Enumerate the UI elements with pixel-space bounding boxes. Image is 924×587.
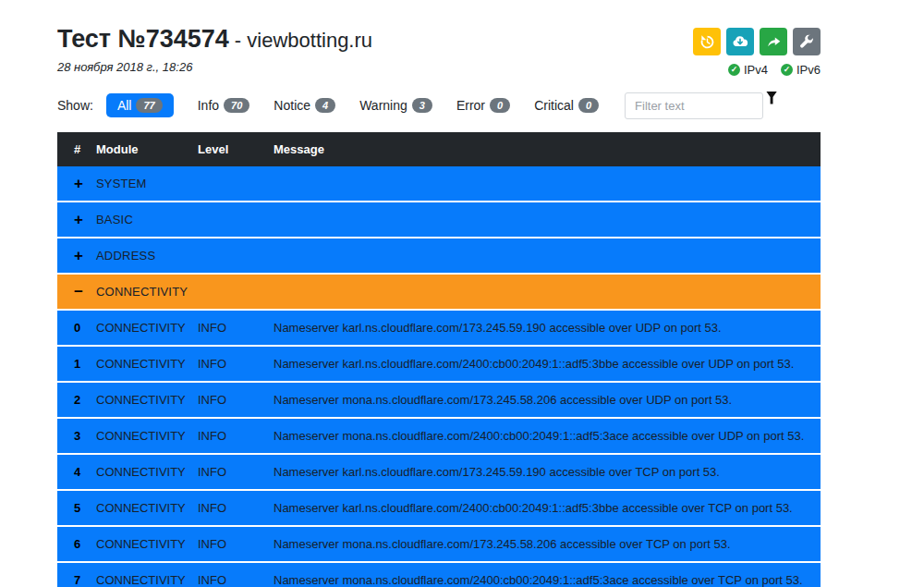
table-row[interactable]: 4 CONNECTIVITY INFO Nameserver karl.ns.c…	[57, 453, 821, 489]
row-level: INFO	[198, 573, 274, 587]
row-number: 7	[74, 573, 80, 587]
severity-filter-button[interactable]: All 77	[106, 93, 174, 117]
toggle-group-icon[interactable]: −	[74, 283, 83, 300]
row-number: 2	[74, 393, 80, 407]
text-filter	[625, 92, 777, 119]
page-title: Тест №734574 - viewbotting.ru	[57, 24, 372, 55]
row-level: INFO	[198, 357, 274, 371]
share-icon	[766, 34, 782, 50]
group-label: BASIC	[96, 213, 198, 226]
group-label: SYSTEM	[96, 177, 198, 190]
filter-label: Error	[456, 98, 485, 113]
header-actions: ✓ IPv4 ✓ IPv6	[693, 24, 821, 77]
count-badge: 3	[412, 98, 432, 113]
row-module: CONNECTIVITY	[96, 573, 198, 587]
filter-label: Warning	[359, 98, 407, 113]
row-message: Nameserver mona.ns.cloudflare.com/2400:c…	[274, 573, 821, 587]
group-row[interactable]: − CONNECTIVITY	[57, 273, 821, 309]
count-badge: 77	[136, 98, 162, 113]
toggle-group-icon[interactable]: +	[74, 175, 83, 192]
title-block: Тест №734574 - viewbotting.ru 28 ноября …	[57, 24, 372, 74]
row-number: 6	[74, 537, 80, 551]
tested-domain: - viewbotting.ru	[229, 29, 372, 52]
col-header-num: #	[57, 142, 96, 156]
row-level: INFO	[198, 393, 274, 407]
table-row[interactable]: 2 CONNECTIVITY INFO Nameserver mona.ns.c…	[57, 381, 821, 417]
table-row[interactable]: 3 CONNECTIVITY INFO Nameserver mona.ns.c…	[57, 417, 821, 453]
severity-filter-button[interactable]: Notice 4	[274, 93, 335, 117]
row-level: INFO	[198, 537, 274, 551]
test-number: Тест №734574	[57, 25, 229, 53]
row-module: CONNECTIVITY	[96, 501, 198, 515]
row-number: 3	[74, 429, 80, 443]
log-table: # Module Level Message + SYSTEM	[57, 132, 821, 587]
severity-filter-button[interactable]: Info 70	[198, 93, 250, 117]
row-message: Nameserver karl.ns.cloudflare.com/2400:c…	[274, 501, 821, 515]
table-header-row: # Module Level Message	[57, 132, 821, 166]
severity-filters: All 77 Info 70 Notice 4 Warning	[106, 93, 599, 117]
col-header-module: Module	[96, 142, 198, 156]
row-message: Nameserver mona.ns.cloudflare.com/173.24…	[274, 393, 821, 407]
filter-text-input[interactable]	[625, 92, 763, 119]
filter-funnel-icon[interactable]	[766, 92, 777, 104]
row-level: INFO	[198, 321, 274, 335]
wrench-icon	[799, 34, 814, 49]
test-date: 28 ноября 2018 г., 18:26	[57, 60, 372, 74]
row-message: Nameserver mona.ns.cloudflare.com/2400:c…	[274, 429, 821, 443]
history-icon	[699, 34, 715, 50]
table-row[interactable]: 5 CONNECTIVITY INFO Nameserver karl.ns.c…	[57, 489, 821, 525]
repeat-test-button[interactable]	[693, 28, 721, 55]
filter-label: All	[117, 98, 132, 113]
table-row[interactable]: 6 CONNECTIVITY INFO Nameserver mona.ns.c…	[57, 525, 821, 561]
row-level: INFO	[198, 501, 274, 515]
test-report-page: Тест №734574 - viewbotting.ru 28 ноября …	[0, 0, 924, 587]
filter-label: Info	[198, 98, 219, 113]
count-badge: 4	[315, 98, 335, 113]
table-row[interactable]: 1 CONNECTIVITY INFO Nameserver karl.ns.c…	[57, 345, 821, 381]
col-header-message: Message	[274, 142, 821, 156]
settings-button[interactable]	[793, 28, 821, 55]
severity-filter-button[interactable]: Warning 3	[359, 93, 432, 117]
severity-filter-button[interactable]: Error 0	[456, 93, 510, 117]
check-circle-icon: ✓	[728, 64, 740, 76]
page-header: Тест №734574 - viewbotting.ru 28 ноября …	[57, 0, 821, 77]
check-circle-icon: ✓	[781, 64, 793, 76]
group-label: CONNECTIVITY	[96, 285, 198, 299]
table-body: + SYSTEM + BASIC + ADDRESS	[57, 166, 821, 587]
ipv4-status: ✓ IPv4	[728, 63, 768, 77]
row-message: Nameserver mona.ns.cloudflare.com/173.24…	[274, 537, 821, 551]
row-number: 1	[74, 357, 80, 371]
filter-bar: Show: All 77 Info 70 Notice 4	[57, 92, 821, 119]
row-level: INFO	[198, 429, 274, 443]
count-badge: 70	[224, 98, 249, 113]
severity-filter-button[interactable]: Critical 0	[534, 93, 599, 117]
row-module: CONNECTIVITY	[96, 357, 198, 371]
group-row[interactable]: + SYSTEM	[57, 166, 821, 201]
ipv6-status: ✓ IPv6	[781, 63, 821, 77]
count-badge: 0	[578, 98, 599, 113]
row-module: CONNECTIVITY	[96, 321, 198, 335]
col-header-level: Level	[198, 142, 274, 156]
show-label: Show:	[57, 98, 93, 113]
row-number: 5	[74, 501, 80, 515]
share-report-button[interactable]	[760, 28, 787, 55]
ipv6-label: IPv6	[796, 63, 821, 77]
table-row[interactable]: 7 CONNECTIVITY INFO Nameserver mona.ns.c…	[57, 561, 821, 587]
download-report-button[interactable]	[726, 28, 754, 55]
table-row[interactable]: 0 CONNECTIVITY INFO Nameserver karl.ns.c…	[57, 309, 821, 345]
ipv4-label: IPv4	[744, 63, 768, 77]
row-message: Nameserver karl.ns.cloudflare.com/173.24…	[274, 465, 821, 479]
row-module: CONNECTIVITY	[96, 429, 198, 443]
filter-label: Critical	[534, 98, 574, 113]
toggle-group-icon[interactable]: +	[74, 211, 83, 228]
group-row[interactable]: + BASIC	[57, 201, 821, 237]
group-label: ADDRESS	[96, 249, 198, 263]
row-number: 4	[74, 465, 80, 479]
ip-status-row: ✓ IPv4 ✓ IPv6	[728, 63, 821, 77]
row-message: Nameserver karl.ns.cloudflare.com/2400:c…	[274, 357, 821, 371]
row-module: CONNECTIVITY	[96, 465, 198, 479]
group-row[interactable]: + ADDRESS	[57, 237, 821, 273]
toggle-group-icon[interactable]: +	[74, 247, 83, 264]
row-level: INFO	[198, 465, 274, 479]
count-badge: 0	[490, 98, 510, 113]
